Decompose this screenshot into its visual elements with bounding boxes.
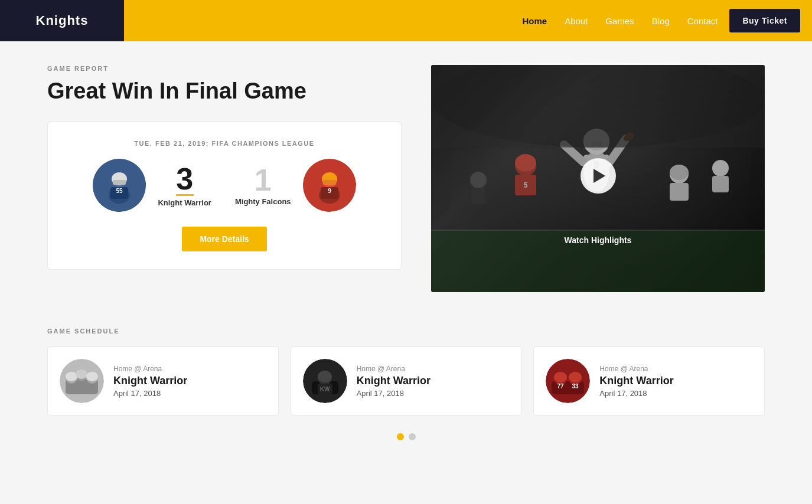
schedule-team-3: Knight Warrior (599, 375, 673, 387)
team1-block: 55 (93, 159, 146, 212)
svg-rect-35 (471, 188, 485, 204)
team1-avatar-svg: 55 (93, 159, 146, 212)
svg-point-45 (76, 369, 87, 379)
svg-point-31 (670, 165, 689, 180)
schedule-date-3: April 17, 2018 (599, 389, 673, 398)
header-bar: Home About Games Blog Contact Buy Ticket (124, 0, 812, 41)
nav-about[interactable]: About (565, 16, 588, 26)
pagination-dot-2[interactable] (409, 433, 416, 440)
game-report-title: Great Win In Final Game (47, 79, 402, 104)
schedule-team-2: Knight Warrior (357, 375, 431, 387)
schedule-info-2: Home @ Arena Knight Warrior April 17, 20… (357, 365, 431, 398)
nav-home[interactable]: Home (522, 16, 547, 26)
header: Knights Home About Games Blog Contact Bu… (0, 0, 812, 41)
svg-point-56 (554, 372, 567, 382)
score-card: TUE. FEB 21, 2019; FIFA CHAMPIONS LEAGUE (47, 122, 402, 270)
svg-text:77: 77 (557, 383, 565, 390)
schedule-card-3[interactable]: 77 33 Home @ Arena Knight Warrior April … (533, 346, 765, 415)
more-details-button[interactable]: More Details (182, 227, 266, 251)
nav-blog[interactable]: Blog (652, 16, 670, 26)
logo-text: Knights (36, 13, 89, 28)
schedule-team-1: Knight Warrior (113, 375, 187, 387)
schedule-card-2[interactable]: KW Home @ Arena Knight Warrior April 17,… (291, 346, 522, 415)
svg-point-46 (86, 372, 98, 381)
svg-point-53 (546, 359, 590, 403)
svg-text:5: 5 (524, 181, 528, 189)
svg-rect-12 (323, 180, 336, 185)
schedule-date-1: April 17, 2018 (113, 389, 187, 398)
svg-text:9: 9 (328, 188, 331, 194)
svg-point-32 (712, 160, 729, 176)
pagination-dots (47, 433, 765, 440)
svg-point-58 (569, 372, 582, 382)
svg-text:33: 33 (572, 383, 579, 390)
schedule-date-2: April 17, 2018 (357, 389, 431, 398)
game-report-section: GAME REPORT Great Win In Final Game TUE.… (47, 65, 765, 292)
schedule-avatar-svg-3: 77 33 (546, 359, 590, 403)
svg-point-28 (515, 154, 536, 172)
svg-point-44 (66, 372, 77, 381)
schedule-info-1: Home @ Arena Knight Warrior April 17, 20… (113, 365, 187, 398)
schedule-venue-2: Home @ Arena (357, 365, 431, 373)
main-content: GAME REPORT Great Win In Final Game TUE.… (0, 41, 812, 464)
team1-score: 3 (161, 163, 208, 194)
svg-point-50 (318, 371, 332, 382)
schedule-avatar-2: KW (303, 359, 347, 403)
schedule-grid: Home @ Arena Knight Warrior April 17, 20… (47, 346, 765, 415)
team1-name: Knight Warrior (158, 198, 211, 207)
video-center (581, 158, 616, 199)
main-nav: Home About Games Blog Contact (522, 16, 718, 26)
svg-point-34 (470, 172, 487, 188)
watch-label: Watch Highlights (565, 235, 632, 245)
logo-box: Knights (0, 0, 124, 41)
schedule-card-1[interactable]: Home @ Arena Knight Warrior April 17, 20… (47, 346, 279, 415)
team2-avatar-svg: 9 (303, 159, 356, 212)
buy-ticket-button[interactable]: Buy Ticket (729, 9, 800, 32)
svg-rect-33 (712, 176, 729, 192)
svg-rect-5 (113, 180, 126, 185)
team2-block: 9 (303, 159, 356, 212)
play-icon (593, 169, 605, 183)
svg-text:KW: KW (319, 386, 330, 392)
schedule-venue-1: Home @ Arena (113, 365, 187, 373)
nav-games[interactable]: Games (605, 16, 634, 26)
score-right-block: 1 Mighty Falcons (235, 165, 291, 206)
nav-contact[interactable]: Contact (687, 16, 718, 26)
schedule-section: GAME SCHEDULE (47, 328, 765, 440)
game-report-left: GAME REPORT Great Win In Final Game TUE.… (47, 65, 402, 270)
svg-text:55: 55 (116, 188, 123, 194)
team1-avatar: 55 (93, 159, 146, 212)
pagination-dot-1[interactable] (397, 433, 404, 440)
play-button[interactable] (581, 158, 616, 194)
score-left-block: 3 Knight Warrior (158, 163, 211, 207)
svg-rect-30 (670, 183, 689, 201)
team2-avatar: 9 (303, 159, 356, 212)
score-divider (176, 194, 194, 196)
video-panel[interactable]: 9 5 (431, 65, 765, 292)
schedule-venue-3: Home @ Arena (599, 365, 673, 373)
score-row: 55 3 Knight Warrior 1 (66, 159, 383, 212)
team2-name: Mighty Falcons (235, 197, 291, 206)
schedule-avatar-svg-2: KW (303, 359, 347, 403)
team2-score: 1 (239, 165, 286, 195)
schedule-avatar-3: 77 33 (546, 359, 590, 403)
schedule-info-3: Home @ Arena Knight Warrior April 17, 20… (599, 365, 673, 398)
team1-avatar-placeholder: 55 (93, 159, 146, 212)
schedule-avatar-svg-1 (60, 359, 104, 403)
game-report-label: GAME REPORT (47, 65, 402, 72)
schedule-avatar-1 (60, 359, 104, 403)
schedule-section-label: GAME SCHEDULE (47, 328, 765, 335)
match-meta: TUE. FEB 21, 2019; FIFA CHAMPIONS LEAGUE (66, 140, 383, 147)
